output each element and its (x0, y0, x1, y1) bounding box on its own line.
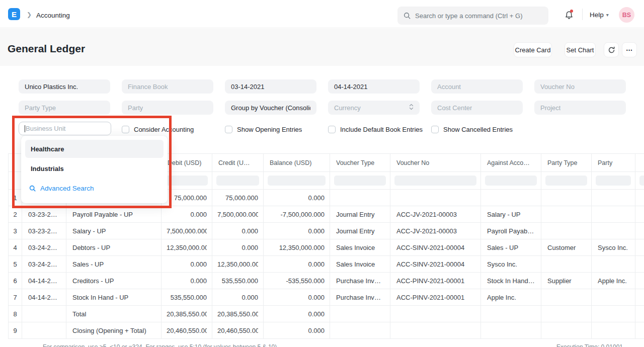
table-cell[interactable]: 0.000 (212, 289, 264, 306)
table-cell[interactable] (330, 306, 390, 322)
column-filter-input[interactable] (545, 176, 587, 186)
table-cell[interactable] (592, 289, 635, 306)
filter-company[interactable]: Unico Plastics Inc. (19, 79, 110, 94)
filter-group-by[interactable]: Group by Voucher (Consolidated) (225, 101, 316, 115)
table-cell[interactable] (541, 190, 592, 206)
column-header[interactable]: Balance (USD) (264, 154, 330, 172)
table-cell[interactable]: ACC-PINV-2021-00001 (390, 289, 481, 306)
checkbox-icon[interactable] (431, 126, 439, 133)
table-cell[interactable]: 7,500,000.000 (212, 206, 264, 223)
dropdown-option-industrials[interactable]: Industrials (25, 159, 164, 178)
table-cell[interactable] (541, 223, 592, 239)
table-cell[interactable]: 12,350,000.000 (162, 239, 212, 256)
table-cell[interactable]: 0.000 (264, 223, 330, 239)
dropdown-option-healthcare[interactable]: Healthcare (25, 140, 164, 158)
column-filter-input[interactable] (166, 176, 208, 186)
table-cell[interactable]: Sales - UP (481, 239, 541, 256)
global-search-input[interactable]: Search or type a command (Ctrl + G) (397, 7, 548, 25)
table-row[interactable]: 203-23-2021Payroll Payable - UP0.0007,50… (9, 206, 644, 223)
table-row[interactable]: 403-24-2021Debtors - UP12,350,000.0000.0… (9, 239, 644, 256)
table-cell[interactable]: Salary - UP (481, 206, 541, 223)
table-cell[interactable]: 0.000 (264, 256, 330, 273)
table-cell[interactable]: 03-23-2021 (22, 206, 66, 223)
table-cell[interactable] (635, 239, 644, 256)
table-cell[interactable]: -535,550.000 (264, 273, 330, 289)
table-row[interactable]: 503-24-2021Sales - UP0.00012,350,000.000… (9, 256, 644, 273)
table-cell[interactable]: Stock In Hand - UP (66, 289, 162, 306)
table-cell[interactable]: ACC-JV-2021-00003 (390, 206, 481, 223)
table-cell[interactable]: Apple Inc. (481, 289, 541, 306)
table-cell[interactable]: 0.000 (212, 239, 264, 256)
table-cell[interactable]: Payroll Payable - UP (481, 223, 541, 239)
set-chart-button[interactable]: Set Chart (565, 42, 596, 57)
table-cell[interactable] (592, 206, 635, 223)
advanced-search-link[interactable]: Advanced Search (25, 180, 164, 196)
column-filter-input[interactable] (639, 176, 644, 186)
table-cell[interactable]: 12,350,000.000 (212, 256, 264, 273)
table-cell[interactable] (592, 223, 635, 239)
table-cell[interactable] (541, 256, 592, 273)
table-cell[interactable] (592, 190, 635, 206)
column-header[interactable] (635, 154, 644, 172)
column-filter-input[interactable] (485, 176, 537, 186)
table-cell[interactable]: 20,460,550.000 (162, 322, 212, 339)
more-actions-button[interactable]: ⋯ (622, 42, 637, 57)
table-cell[interactable]: 0.000 (212, 223, 264, 239)
table-cell[interactable]: Salary - UP (66, 223, 162, 239)
table-cell[interactable] (22, 322, 66, 339)
table-cell[interactable] (635, 206, 644, 223)
table-cell[interactable] (635, 322, 644, 339)
table-cell[interactable]: 535,550.000 (162, 289, 212, 306)
column-header[interactable]: Party Type (541, 154, 592, 172)
filter-to-date[interactable]: 04-14-2021 (328, 79, 420, 94)
filter-account[interactable]: Account (431, 79, 523, 94)
table-cell[interactable]: 20,385,550.000 (212, 306, 264, 322)
column-filter-input[interactable] (394, 176, 476, 186)
table-cell[interactable] (635, 256, 644, 273)
table-cell[interactable]: 04-14-2021 (22, 289, 66, 306)
column-header[interactable]: Voucher No (390, 154, 481, 172)
table-cell[interactable]: 75,000.000 (212, 190, 264, 206)
table-cell[interactable] (390, 322, 481, 339)
table-row[interactable]: 303-23-2021Salary - UP7,500,000.0000.000… (9, 223, 644, 239)
table-cell[interactable]: 20,385,550.000 (162, 306, 212, 322)
table-cell[interactable]: Purchase Invoice (330, 289, 390, 306)
table-cell[interactable]: 20,460,550.000 (212, 322, 264, 339)
table-cell[interactable]: 0.000 (264, 306, 330, 322)
table-cell[interactable] (541, 306, 592, 322)
table-cell[interactable] (390, 306, 481, 322)
table-cell[interactable]: -7,500,000.000 (264, 206, 330, 223)
table-cell[interactable] (330, 322, 390, 339)
table-row[interactable]: 604-14-2021Creditors - UP0.000535,550.00… (9, 273, 644, 289)
table-row[interactable]: 8Total20,385,550.00020,385,550.0000.000 (9, 306, 644, 322)
table-cell[interactable]: Sales Invoice (330, 239, 390, 256)
table-cell[interactable]: Closing (Opening + Total) (66, 322, 162, 339)
table-cell[interactable]: Total (66, 306, 162, 322)
checkbox-include-default-book-entries[interactable]: Include Default Book Entries (328, 126, 423, 133)
filter-from-date[interactable]: 03-14-2021 (225, 79, 316, 94)
help-menu[interactable]: Help ▾ (590, 11, 609, 19)
filter-party-type[interactable]: Party Type (19, 101, 110, 115)
table-cell[interactable] (541, 206, 592, 223)
table-cell[interactable] (541, 289, 592, 306)
table-cell[interactable] (635, 289, 644, 306)
filter-project[interactable]: Project (534, 101, 626, 115)
checkbox-show-opening-entries[interactable]: Show Opening Entries (225, 126, 302, 133)
table-cell[interactable]: 0.000 (264, 289, 330, 306)
business-unit-input[interactable]: Business Unit (19, 122, 111, 135)
table-cell[interactable]: Sales - UP (66, 256, 162, 273)
table-cell[interactable] (592, 306, 635, 322)
table-cell[interactable] (635, 190, 644, 206)
table-cell[interactable]: Stock In Hand - UP (481, 273, 541, 289)
filter-finance-book[interactable]: Finance Book (122, 79, 213, 94)
column-filter-input[interactable] (268, 176, 326, 186)
table-cell[interactable]: Apple Inc. (592, 273, 635, 289)
table-cell[interactable]: 12,350,000.000 (264, 239, 330, 256)
checkbox-consider-accounting[interactable]: Consider Accounting (122, 126, 194, 133)
table-cell[interactable]: Sales Invoice (330, 256, 390, 273)
column-header[interactable]: Party (592, 154, 635, 172)
table-cell[interactable]: 03-23-2021 (22, 223, 66, 239)
table-cell[interactable] (22, 306, 66, 322)
table-cell[interactable]: ACC-PINV-2021-00001 (390, 273, 481, 289)
breadcrumb[interactable]: Accounting (36, 12, 70, 19)
